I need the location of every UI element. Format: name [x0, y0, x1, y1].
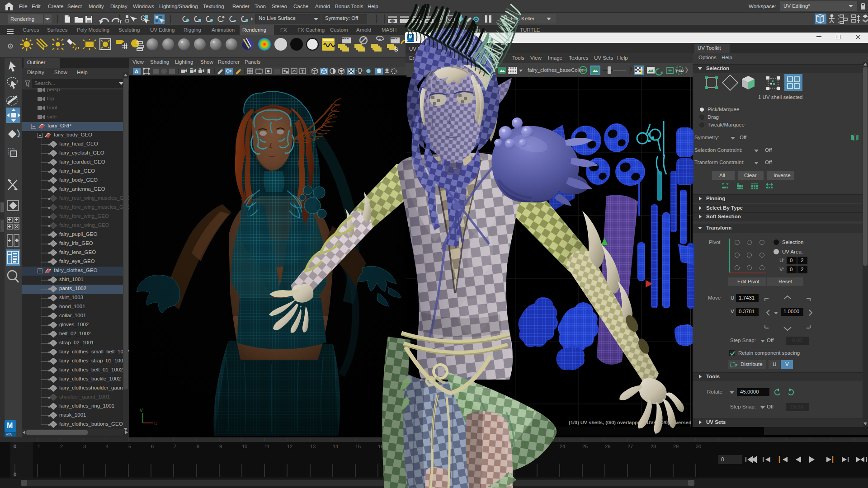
- svg-text:U: U: [154, 421, 157, 426]
- svg-text:V: V: [140, 408, 143, 413]
